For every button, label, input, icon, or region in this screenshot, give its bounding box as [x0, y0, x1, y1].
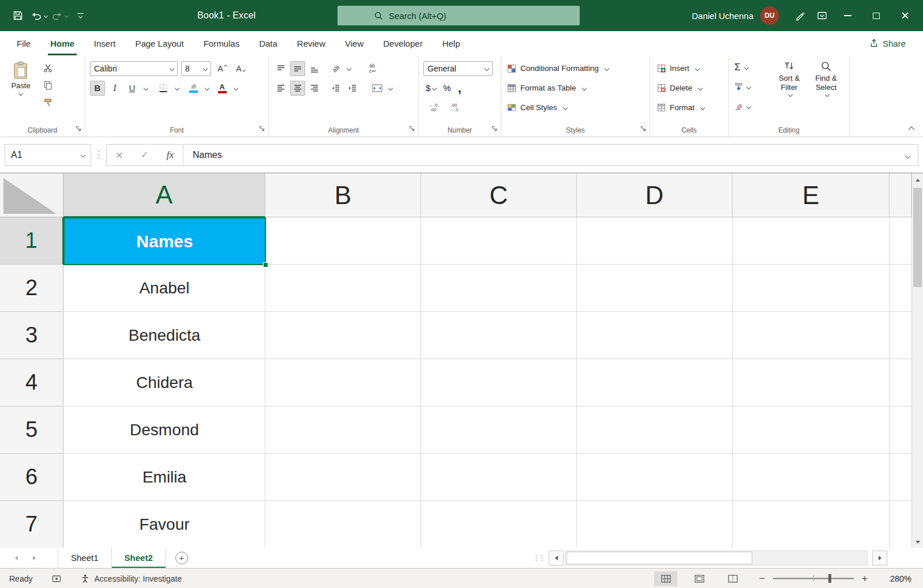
- name-box-dropdown-icon[interactable]: [81, 152, 85, 157]
- row-header-3[interactable]: 3: [0, 312, 63, 359]
- align-right-button[interactable]: [307, 81, 322, 96]
- font-family-dropdown-icon[interactable]: [170, 66, 174, 70]
- decrease-decimal-button[interactable]: [447, 100, 462, 115]
- cell-A4[interactable]: Chidera: [63, 359, 265, 406]
- vertical-scrollbar[interactable]: [911, 174, 923, 548]
- cell-styles-dropdown-icon[interactable]: [563, 105, 568, 110]
- underline-button[interactable]: U: [125, 81, 140, 96]
- borders-button[interactable]: [156, 81, 171, 96]
- merge-center-dropdown-icon[interactable]: [388, 85, 393, 90]
- increase-indent-button[interactable]: [345, 81, 360, 96]
- grow-font-button[interactable]: [215, 61, 230, 76]
- page-layout-view-button[interactable]: [688, 571, 711, 586]
- number-format-dropdown-icon[interactable]: [485, 66, 489, 70]
- tab-developer[interactable]: Developer: [373, 31, 432, 55]
- inking-button[interactable]: [790, 4, 810, 27]
- font-family-combobox[interactable]: Calibri: [90, 61, 178, 76]
- row-header-1[interactable]: 1: [0, 217, 63, 265]
- new-sheet-button[interactable]: [175, 552, 188, 564]
- insert-cells-button[interactable]: Insert: [654, 61, 723, 76]
- accounting-format-button[interactable]: $: [426, 83, 436, 93]
- align-center-button[interactable]: [290, 81, 305, 96]
- formula-bar-resize-handle[interactable]: [91, 149, 106, 161]
- horizontal-scrollbar[interactable]: [565, 551, 868, 566]
- column-header-A[interactable]: A: [63, 174, 265, 217]
- comma-style-button[interactable]: ,: [458, 85, 462, 91]
- bold-button[interactable]: B: [90, 81, 105, 96]
- italic-button[interactable]: I: [107, 81, 122, 96]
- orientation-dropdown-icon[interactable]: [347, 66, 351, 70]
- row-header-6[interactable]: 6: [0, 454, 63, 501]
- column-header-B[interactable]: B: [265, 174, 421, 217]
- align-middle-button[interactable]: [290, 61, 305, 76]
- increase-decimal-button[interactable]: [426, 100, 441, 115]
- redo-dropdown-icon[interactable]: [64, 13, 68, 17]
- find-select-button[interactable]: Find & Select: [808, 59, 844, 114]
- align-top-button[interactable]: [273, 61, 288, 76]
- cell-A7[interactable]: Favour: [63, 501, 265, 548]
- decrease-indent-button[interactable]: [328, 81, 343, 96]
- save-button[interactable]: [8, 4, 28, 27]
- column-header-C[interactable]: C: [421, 174, 577, 217]
- row-header-5[interactable]: 5: [0, 406, 63, 454]
- column-header-D[interactable]: D: [577, 174, 733, 217]
- align-left-button[interactable]: [273, 81, 288, 96]
- clear-button[interactable]: [732, 99, 770, 114]
- delete-cells-button[interactable]: Delete: [654, 80, 723, 96]
- number-format-combobox[interactable]: General: [423, 61, 493, 76]
- cell-A1-selected[interactable]: Names: [63, 217, 266, 265]
- accessibility-status[interactable]: Accessibility: Investigate: [81, 574, 182, 583]
- column-header-E[interactable]: E: [733, 174, 890, 217]
- sheet-tab-sheet2[interactable]: Sheet2: [112, 548, 166, 568]
- minimize-button[interactable]: [834, 0, 861, 31]
- avatar[interactable]: DU: [760, 6, 779, 25]
- scroll-down-icon[interactable]: [912, 536, 923, 548]
- customize-quick-access-button[interactable]: [70, 4, 90, 27]
- autosum-dropdown-icon[interactable]: [744, 65, 748, 69]
- maximize-button[interactable]: [863, 0, 890, 31]
- format-as-table-dropdown-icon[interactable]: [581, 85, 586, 90]
- format-painter-button[interactable]: [40, 95, 55, 110]
- vertical-scroll-thumb[interactable]: [913, 188, 922, 287]
- cancel-icon[interactable]: [107, 145, 132, 165]
- tab-view[interactable]: View: [335, 31, 373, 55]
- tab-review[interactable]: Review: [287, 31, 335, 55]
- cell-styles-button[interactable]: Cell Styles: [504, 100, 645, 115]
- normal-view-button[interactable]: [654, 571, 677, 586]
- tab-home[interactable]: Home: [40, 31, 84, 55]
- close-button[interactable]: [892, 0, 918, 31]
- fill-dropdown-icon[interactable]: [746, 84, 751, 89]
- sheet-tab-sheet1[interactable]: Sheet1: [58, 548, 112, 568]
- font-size-dropdown-icon[interactable]: [203, 66, 208, 70]
- share-button[interactable]: Share: [864, 35, 911, 51]
- align-bottom-button[interactable]: [307, 61, 322, 76]
- tab-scroll-splitter[interactable]: [532, 553, 544, 562]
- cell-A5[interactable]: Desmond: [63, 406, 265, 454]
- fill-color-button[interactable]: [186, 81, 201, 96]
- fill-handle[interactable]: [263, 262, 268, 267]
- sort-filter-button[interactable]: Sort & Filter: [771, 59, 807, 114]
- tab-formulas[interactable]: Formulas: [194, 31, 250, 55]
- underline-dropdown-icon[interactable]: [144, 85, 148, 90]
- accounting-dropdown-icon[interactable]: [432, 85, 437, 90]
- redo-button[interactable]: [50, 4, 69, 27]
- formula-bar[interactable]: fx Names: [106, 144, 918, 166]
- undo-button[interactable]: [29, 4, 48, 27]
- autosum-button[interactable]: Σ: [732, 59, 770, 75]
- orientation-button[interactable]: [328, 61, 343, 76]
- column-header-partial[interactable]: [890, 174, 911, 217]
- row-header-4[interactable]: 4: [0, 359, 63, 406]
- conditional-formatting-dropdown-icon[interactable]: [605, 66, 609, 70]
- select-all-button[interactable]: [0, 174, 63, 217]
- clear-dropdown-icon[interactable]: [746, 104, 751, 108]
- tab-insert[interactable]: Insert: [84, 31, 126, 55]
- font-color-button[interactable]: [215, 81, 230, 96]
- format-dropdown-icon[interactable]: [700, 105, 705, 110]
- delete-dropdown-icon[interactable]: [698, 85, 703, 90]
- merge-center-button[interactable]: [370, 81, 385, 96]
- font-size-combobox[interactable]: 8: [181, 61, 211, 76]
- shrink-font-button[interactable]: [233, 61, 248, 76]
- name-box[interactable]: A1: [5, 144, 91, 166]
- format-cells-button[interactable]: Format: [654, 100, 723, 115]
- hscroll-left-button[interactable]: [549, 551, 564, 566]
